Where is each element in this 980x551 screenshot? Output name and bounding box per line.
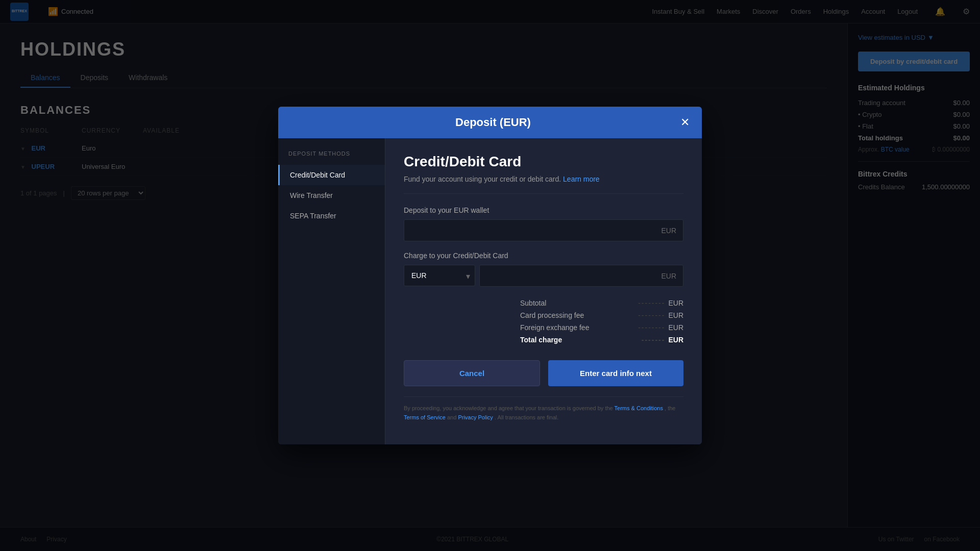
deposit-modal: Deposit (EUR) ✕ DEPOSIT METHODS Credit/D… <box>278 107 702 444</box>
fee-rows: Subtotal -------- EUR Card processing fe… <box>520 299 683 348</box>
method-sepa-transfer[interactable]: SEPA Transfer <box>278 206 385 226</box>
method-credit-debit[interactable]: Credit/Debit Card <box>278 165 385 185</box>
currency-select-wrapper: EUR USD GBP <box>404 265 475 287</box>
terms-conditions-link[interactable]: Terms & Conditions <box>615 405 663 411</box>
learn-more-link[interactable]: Learn more <box>563 175 600 183</box>
charge-suffix: EUR <box>661 272 676 280</box>
modal-buttons: Cancel Enter card info next <box>404 360 683 386</box>
currency-select[interactable]: EUR USD GBP <box>404 265 475 286</box>
form-title: Credit/Debit Card <box>404 154 683 170</box>
charge-input-wrapper: EUR <box>479 265 683 287</box>
enter-card-info-button[interactable]: Enter card info next <box>548 360 683 386</box>
privacy-policy-link[interactable]: Privacy Policy <box>458 414 493 420</box>
processing-fee-row: Card processing fee -------- EUR <box>520 311 683 319</box>
modal-close-button[interactable]: ✕ <box>680 117 690 128</box>
total-charge-row: Total charge ------- EUR <box>520 336 683 344</box>
cancel-button[interactable]: Cancel <box>404 360 540 386</box>
form-subtitle: Fund your account using your credit or d… <box>404 175 683 183</box>
deposit-methods-panel: DEPOSIT METHODS Credit/Debit Card Wire T… <box>278 138 385 444</box>
deposit-methods-label: DEPOSIT METHODS <box>278 151 385 165</box>
fee-table: Subtotal -------- EUR Card processing fe… <box>404 299 683 348</box>
deposit-suffix: EUR <box>661 227 676 235</box>
legal-text: By proceeding, you acknowledge and agree… <box>404 404 683 422</box>
method-wire-transfer[interactable]: Wire Transfer <box>278 185 385 206</box>
charge-label: Charge to your Credit/Debit Card <box>404 252 683 260</box>
modal-header: Deposit (EUR) ✕ <box>278 107 702 138</box>
charge-amount-input[interactable] <box>479 265 683 287</box>
deposit-form: Credit/Debit Card Fund your account usin… <box>385 138 702 444</box>
legal-divider <box>404 396 683 397</box>
foreign-exchange-row: Foreign exchange fee -------- EUR <box>520 323 683 332</box>
modal-title: Deposit (EUR) <box>306 116 680 129</box>
deposit-label: Deposit to your EUR wallet <box>404 206 683 214</box>
modal-body: DEPOSIT METHODS Credit/Debit Card Wire T… <box>278 138 702 444</box>
modal-overlay[interactable]: Deposit (EUR) ✕ DEPOSIT METHODS Credit/D… <box>0 0 980 551</box>
deposit-input-wrapper: EUR <box>404 219 683 241</box>
subtotal-row: Subtotal -------- EUR <box>520 299 683 307</box>
deposit-amount-input[interactable] <box>404 219 683 241</box>
form-divider <box>404 193 683 194</box>
charge-row: EUR USD GBP EUR <box>404 265 683 287</box>
terms-service-link[interactable]: Terms of Service <box>404 414 446 420</box>
